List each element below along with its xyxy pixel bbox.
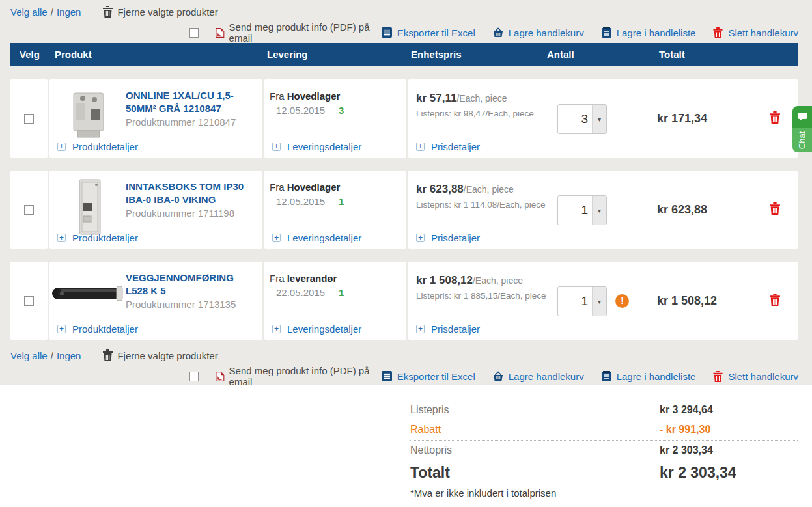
trash-red-icon (770, 111, 780, 124)
select-all-link[interactable]: Velg alle (10, 350, 48, 361)
quantity-warning-icon[interactable]: ! (615, 294, 629, 308)
product-number: Produktnummer 1210847 (126, 116, 256, 128)
bottom-toolbar-actions: Send meg produkt info (PDF) på email Eks… (189, 365, 798, 387)
stock-quantity: 1 (339, 287, 344, 298)
list-icon (602, 27, 611, 38)
row-product-cell: VEGGJENNOMFØRING L528 K 5 Produktnummer … (49, 262, 262, 340)
select-separator: / (51, 7, 53, 18)
save-cart-button[interactable]: Lagre handlekurv (493, 27, 584, 38)
row-checkbox[interactable] (24, 296, 34, 306)
save-cart-button[interactable]: Lagre handlekurv (493, 371, 584, 382)
export-excel-label: Eksporter til Excel (397, 371, 475, 382)
summary-discount-value: - kr 991,30 (660, 424, 710, 435)
price-details-expander[interactable]: + Prisdetaljer (416, 141, 480, 152)
product-details-label: Produktdetaljer (72, 232, 138, 243)
quantity-input[interactable] (558, 287, 592, 316)
row-price-cell: kr 1 508,12/Each, piece Listepris: kr 1 … (408, 262, 798, 340)
header-unit-price: Enhetspris (411, 49, 462, 60)
row-checkbox[interactable] (24, 114, 34, 124)
unit-suffix: /Each, piece (464, 184, 514, 195)
select-none-link[interactable]: Ingen (57, 350, 81, 361)
row-product-cell: ONNLINE 1XAL/CU 1,5-50MM² GRÅ 1210847 Pr… (49, 79, 262, 158)
stock-quantity: 1 (339, 196, 344, 207)
save-list-label: Lagre i handleliste (617, 27, 696, 38)
plus-icon: + (416, 234, 425, 242)
quantity-dropdown-caret[interactable]: ▾ (592, 287, 606, 316)
remove-selected-button[interactable]: Fjerne valgte produkter (103, 6, 217, 18)
delete-row-button[interactable] (770, 111, 780, 126)
plus-icon: + (272, 325, 281, 333)
price-details-label: Prisdetaljer (431, 323, 480, 335)
product-title-link[interactable]: VEGGJENNOMFØRING L528 K 5 (126, 271, 256, 297)
unit-price: kr 57,11 (416, 92, 456, 104)
cart-row: VEGGJENNOMFØRING L528 K 5 Produktnummer … (10, 262, 798, 340)
export-excel-button[interactable]: Eksporter til Excel (382, 27, 475, 38)
delivery-details-expander[interactable]: + Leveringsdetaljer (272, 232, 361, 243)
price-details-expander[interactable]: + Prisdetaljer (416, 323, 480, 335)
remove-selected-button[interactable]: Fjerne valgte produkter (103, 349, 217, 361)
chat-widget[interactable]: Chat (792, 106, 812, 152)
product-title-link[interactable]: ONNLINE 1XAL/CU 1,5-50MM² GRÅ 1210847 (126, 89, 256, 115)
plus-icon: + (272, 143, 281, 151)
basket-icon (493, 371, 503, 381)
delivery-details-expander[interactable]: + Leveringsdetaljer (272, 323, 361, 335)
product-details-expander[interactable]: + Produktdetaljer (57, 323, 138, 335)
delivery-details-expander[interactable]: + Leveringsdetaljer (272, 141, 361, 152)
product-image (51, 280, 128, 306)
list-price: Listepris: kr 1 114,08/Each, piece (416, 199, 550, 211)
cart-row: INNTAKSBOKS TOM IP30 IBA-0 IBA-0 VIKING … (10, 171, 798, 249)
save-list-button[interactable]: Lagre i handleliste (602, 27, 696, 38)
save-cart-label: Lagre handlekurv (509, 27, 584, 38)
summary-section: Listepris kr 3 294,64 Rabatt - kr 991,30… (0, 385, 812, 507)
list-price: Listepris: kr 1 885,15/Each, piece (416, 290, 550, 302)
price-details-expander[interactable]: + Prisdetaljer (416, 232, 480, 243)
cart-actions: Eksporter til Excel Lagre handlekurv Lag… (382, 27, 798, 38)
bottom-toolbar-select: Velg alle / Ingen Fjerne valgte produkte… (10, 349, 218, 361)
row-delivery-cell: Fra Hovedlager 12.05.2015 3 + Leveringsd… (264, 79, 406, 158)
quantity-control: ▾ (557, 104, 607, 134)
top-toolbar-select: Velg alle / Ingen Fjerne valgte produkte… (10, 6, 218, 18)
quantity-input[interactable] (558, 105, 592, 133)
save-list-button[interactable]: Lagre i handleliste (602, 371, 696, 382)
delete-cart-button[interactable]: Slett handlekurv (713, 27, 798, 38)
row-delivery-cell: Fra leverandør 22.05.2015 1 + Leveringsd… (264, 262, 406, 340)
delete-cart-button[interactable]: Slett handlekurv (713, 371, 798, 382)
send-pdf-checkbox[interactable] (189, 372, 199, 381)
delete-cart-label: Slett handlekurv (728, 371, 798, 382)
export-excel-button[interactable]: Eksporter til Excel (382, 371, 475, 382)
pdf-icon (216, 371, 225, 382)
select-none-link[interactable]: Ingen (57, 7, 81, 18)
plus-icon: + (57, 325, 66, 333)
summary-list-row: Listepris kr 3 294,64 (410, 404, 798, 416)
save-cart-label: Lagre handlekurv (509, 371, 584, 382)
pdf-icon (216, 27, 225, 38)
send-pdf-label: Send meg produkt info (PDF) på email (229, 365, 382, 387)
summary-discount-row: Rabatt - kr 991,30 (410, 424, 798, 435)
quantity-dropdown-caret[interactable]: ▾ (592, 105, 606, 133)
remove-selected-label: Fjerne valgte produkter (117, 7, 217, 18)
chat-tab: Chat (792, 128, 812, 152)
product-details-expander[interactable]: + Produktdetaljer (57, 141, 138, 152)
quantity-dropdown-caret[interactable]: ▾ (592, 196, 606, 225)
shopping-cart-page: Velg alle / Ingen Fjerne valgte produkte… (0, 0, 812, 507)
product-info: INNTAKSBOKS TOM IP30 IBA-0 IBA-0 VIKING … (126, 180, 256, 219)
plus-icon: + (416, 325, 425, 333)
summary-total-value: kr 2 303,34 (660, 464, 736, 482)
price-details-label: Prisdetaljer (431, 232, 480, 243)
from-label: Fra (270, 273, 285, 284)
quantity-input[interactable] (558, 196, 592, 225)
row-delivery-cell: Fra Hovedlager 12.05.2015 1 + Leveringsd… (264, 171, 406, 249)
send-pdf-checkbox[interactable] (189, 28, 199, 38)
delete-row-button[interactable] (770, 202, 780, 217)
product-details-expander[interactable]: + Produktdetaljer (57, 232, 138, 243)
row-price-cell: kr 623,88/Each, piece Listepris: kr 1 11… (408, 171, 798, 249)
plus-icon: + (272, 234, 281, 242)
select-all-link[interactable]: Velg alle (10, 7, 48, 18)
delete-row-button[interactable] (770, 294, 780, 308)
summary-net-row: Nettopris kr 2 303,34 (410, 445, 798, 456)
list-price: Listepris: kr 98,47/Each, piece (416, 108, 550, 120)
cart-row: ONNLINE 1XAL/CU 1,5-50MM² GRÅ 1210847 Pr… (10, 79, 798, 158)
delivery-details-label: Leveringsdetaljer (287, 323, 361, 335)
product-title-link[interactable]: INNTAKSBOKS TOM IP30 IBA-0 IBA-0 VIKING (126, 180, 256, 206)
row-checkbox[interactable] (24, 205, 34, 215)
